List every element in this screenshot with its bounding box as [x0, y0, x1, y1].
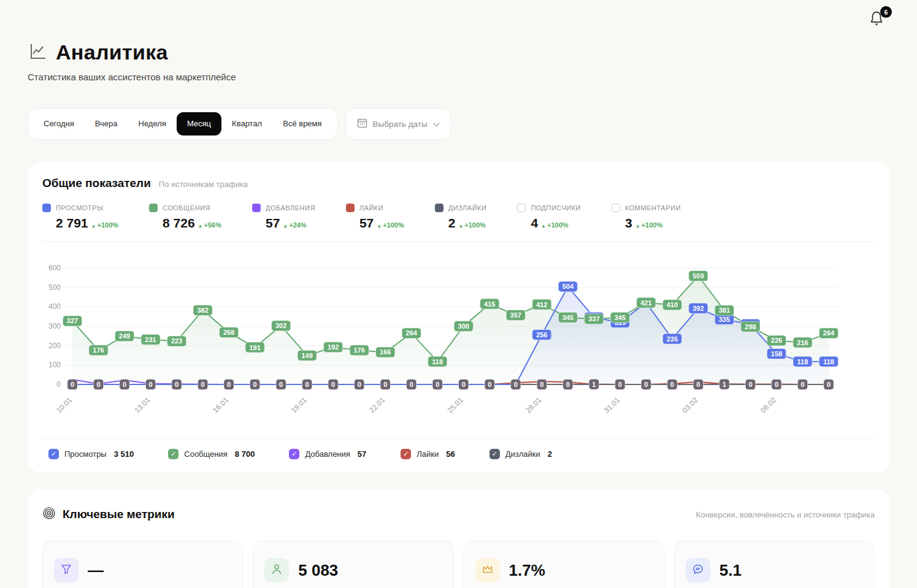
kpi-engagement-value: 1.7% [509, 561, 545, 580]
svg-text:381: 381 [719, 307, 730, 314]
svg-text:0: 0 [279, 381, 283, 388]
svg-text:249: 249 [119, 332, 130, 340]
comments-value: 3 [625, 216, 632, 231]
svg-text:410: 410 [667, 301, 678, 308]
date-picker-label: Выбрать даты [373, 120, 428, 129]
svg-text:268: 268 [223, 329, 234, 336]
additions-checked-checkbox[interactable]: ✓ [289, 449, 299, 459]
svg-text:345: 345 [562, 314, 574, 321]
metric-comments[interactable]: КОММЕНТАРИИ 3 ▲+100% [612, 204, 681, 231]
svg-text:0: 0 [514, 381, 518, 388]
kpi-card-users: 5 083 [253, 541, 453, 588]
legend-views[interactable]: ✓ Просмотры 3 510 [48, 449, 134, 459]
views-checked-checkbox[interactable]: ✓ [48, 449, 59, 459]
svg-text:345: 345 [615, 314, 626, 321]
delta-up-icon: ▲ [635, 223, 640, 229]
metric-dislikes[interactable]: ДИЗЛАЙКИ 2 ▲+100% [435, 204, 487, 231]
svg-text:0: 0 [96, 381, 100, 388]
svg-text:0: 0 [462, 381, 466, 388]
svg-text:166: 166 [380, 348, 391, 356]
svg-text:382: 382 [197, 307, 208, 314]
overview-title: Общие показатели [42, 177, 151, 190]
svg-text:06.02: 06.02 [759, 395, 778, 414]
likes-checked-checkbox[interactable]: ✓ [401, 449, 411, 459]
messages-checked-checkbox[interactable]: ✓ [168, 449, 178, 459]
date-range-picker-button[interactable]: Выбрать даты [345, 108, 451, 140]
dislikes-color-checkbox[interactable] [435, 204, 443, 212]
dislikes-checked-checkbox[interactable]: ✓ [489, 449, 500, 459]
bell-icon [868, 20, 885, 30]
metric-subscribers[interactable]: ПОДПИСЧИКИ 4 ▲+100% [517, 204, 581, 231]
svg-text:0: 0 [618, 381, 622, 388]
svg-text:504: 504 [562, 283, 574, 290]
dislikes-value: 2 [448, 216, 456, 231]
legend-messages[interactable]: ✓ Сообщения 8 700 [168, 449, 255, 459]
metrics-row: ПРОСМОТРЫ 2 791 ▲+100% СООБЩЕНИЯ 8 726 ▲… [42, 204, 875, 242]
svg-text:337: 337 [588, 315, 599, 323]
tab-all-time[interactable]: Всё время [272, 112, 332, 136]
svg-text:392: 392 [693, 305, 704, 312]
svg-text:327: 327 [67, 317, 78, 324]
legend-additions[interactable]: ✓ Добавления 57 [289, 449, 366, 459]
tab-week[interactable]: Неделя [128, 112, 177, 136]
kpi-card-messages-avg: 5.1 [674, 541, 875, 588]
tab-today[interactable]: Сегодня [33, 112, 85, 136]
svg-text:0: 0 [696, 381, 700, 388]
svg-text:10.01: 10.01 [55, 395, 74, 414]
tab-quarter[interactable]: Квартал [221, 112, 272, 136]
chat-icon [692, 563, 704, 578]
legend-dislikes[interactable]: ✓ Дизлайки 2 [489, 449, 552, 459]
svg-text:235: 235 [667, 335, 678, 343]
messages-color-checkbox[interactable] [149, 204, 158, 212]
tab-yesterday[interactable]: Вчера [85, 112, 128, 136]
metric-messages[interactable]: СООБЩЕНИЯ 8 726 ▲+56% [149, 204, 221, 231]
likes-color-checkbox[interactable] [346, 204, 355, 212]
metric-likes[interactable]: ЛАЙКИ 57 ▲+100% [346, 204, 404, 231]
svg-text:256: 256 [536, 331, 547, 338]
kpi-card-conversion: — [42, 541, 243, 588]
svg-text:0: 0 [383, 381, 387, 388]
traffic-chart: 010020030040050060010.0113.0116.0119.012… [42, 242, 875, 436]
svg-text:176: 176 [93, 346, 104, 354]
svg-text:0: 0 [670, 381, 674, 388]
svg-text:1: 1 [723, 381, 726, 388]
svg-text:0: 0 [227, 381, 231, 388]
svg-text:28.01: 28.01 [524, 395, 543, 414]
tab-month[interactable]: Месяц [177, 112, 221, 136]
svg-text:500: 500 [48, 283, 61, 292]
crown-icon [482, 563, 494, 578]
svg-text:300: 300 [458, 323, 469, 330]
period-tabs: Сегодня Вчера Неделя Месяц Квартал Всё в… [28, 108, 889, 140]
notification-count-badge: 6 [880, 6, 892, 18]
svg-text:0: 0 [56, 380, 61, 389]
svg-text:16.01: 16.01 [211, 395, 230, 414]
likes-value: 57 [359, 216, 374, 231]
svg-text:19.01: 19.01 [290, 395, 309, 414]
svg-text:118: 118 [797, 358, 808, 365]
svg-text:192: 192 [328, 343, 339, 351]
metric-views[interactable]: ПРОСМОТРЫ 2 791 ▲+100% [42, 204, 118, 231]
page-subtitle: Статистика ваших ассистентов на маркетпл… [28, 72, 889, 82]
delta-up-icon: ▲ [377, 223, 382, 229]
metric-additions[interactable]: ДОБАВЛЕНИЯ 57 ▲+24% [252, 204, 315, 231]
svg-text:0: 0 [435, 381, 439, 388]
svg-text:264: 264 [406, 329, 418, 337]
notifications-bell-button[interactable]: 6 [868, 10, 886, 31]
svg-text:0: 0 [305, 381, 309, 388]
svg-text:0: 0 [201, 381, 205, 388]
svg-text:0: 0 [566, 381, 570, 388]
legend-likes[interactable]: ✓ Лайки 56 [401, 449, 455, 459]
chart-legend: ✓ Просмотры 3 510 ✓ Сообщения 8 700 ✓ До… [42, 438, 875, 473]
svg-text:25.01: 25.01 [446, 395, 465, 414]
svg-text:0: 0 [748, 381, 752, 388]
svg-text:0: 0 [540, 381, 543, 388]
additions-color-checkbox[interactable] [252, 204, 261, 212]
delta-up-icon: ▲ [198, 223, 203, 229]
views-color-checkbox[interactable] [42, 204, 51, 212]
svg-text:118: 118 [432, 358, 443, 365]
svg-text:13.01: 13.01 [133, 395, 152, 414]
svg-text:191: 191 [249, 344, 260, 351]
comments-checkbox[interactable] [612, 204, 620, 212]
subscribers-checkbox[interactable] [517, 204, 526, 212]
delta-up-icon: ▲ [458, 223, 463, 229]
